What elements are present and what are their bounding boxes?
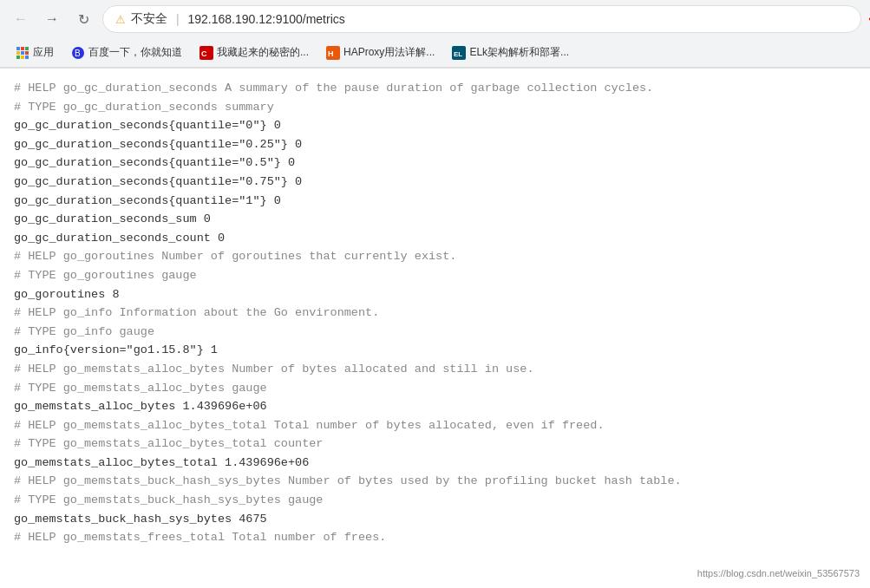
- elk-icon: EL: [452, 46, 466, 60]
- browser-chrome: ← → ↻ ⚠ 不安全 | 192.168.190.12:9100/metric…: [0, 0, 870, 69]
- bookmark-elk[interactable]: EL ELk架构解析和部署...: [445, 42, 576, 62]
- content-line: go_memstats_alloc_bytes 1.439696e+06: [14, 397, 856, 416]
- bookmark-csdn[interactable]: C 我藏起来的秘密的...: [193, 42, 316, 62]
- content-line: go_goroutines 8: [14, 285, 856, 304]
- csdn-icon: C: [200, 46, 213, 60]
- content-line: go_gc_duration_seconds{quantile="1"} 0: [14, 192, 856, 211]
- content-line: go_gc_duration_seconds_sum 0: [14, 210, 856, 229]
- reload-button[interactable]: ↻: [71, 7, 95, 31]
- svg-rect-6: [21, 51, 24, 55]
- content-line: go_memstats_buck_hash_sys_bytes 4675: [14, 510, 856, 529]
- content-line: go_gc_duration_seconds{quantile="0.75"} …: [14, 173, 856, 192]
- content-line: go_gc_duration_seconds_count 0: [14, 229, 856, 248]
- svg-text:H: H: [328, 49, 334, 58]
- content-line: # HELP go_memstats_buck_hash_sys_bytes N…: [14, 472, 856, 491]
- svg-text:EL: EL: [454, 50, 462, 58]
- content-line: # HELP go_goroutines Number of goroutine…: [14, 247, 856, 266]
- url-text: 192.168.190.12:9100/metrics: [187, 12, 344, 26]
- svg-rect-3: [21, 47, 24, 50]
- bookmark-haproxy[interactable]: H HAProxy用法详解...: [319, 42, 442, 62]
- svg-rect-10: [25, 56, 29, 59]
- baidu-icon: B: [71, 46, 85, 60]
- content-line: # TYPE go_memstats_buck_hash_sys_bytes g…: [14, 491, 856, 510]
- separator: |: [173, 12, 182, 26]
- nav-bar: ← → ↻ ⚠ 不安全 | 192.168.190.12:9100/metric…: [0, 0, 870, 38]
- svg-rect-5: [16, 51, 20, 55]
- svg-text:B: B: [75, 49, 81, 58]
- forward-button[interactable]: →: [40, 7, 64, 31]
- haproxy-label: HAProxy用法详解...: [343, 45, 435, 60]
- content-line: # TYPE go_info gauge: [14, 323, 856, 342]
- apps-grid-icon: [16, 46, 29, 60]
- content-area: # HELP go_gc_duration_seconds A summary …: [0, 69, 870, 588]
- content-line: go_gc_duration_seconds{quantile="0.25"} …: [14, 135, 856, 154]
- svg-rect-7: [25, 51, 29, 55]
- content-line: # HELP go_gc_duration_seconds A summary …: [14, 79, 856, 98]
- bookmarks-bar: 应用 B 百度一下，你就知道 C 我藏起来的秘密的...: [0, 38, 870, 68]
- content-line: # TYPE go_gc_duration_seconds summary: [14, 98, 856, 117]
- address-bar[interactable]: ⚠ 不安全 | 192.168.190.12:9100/metrics: [102, 5, 861, 33]
- svg-rect-9: [21, 56, 24, 59]
- elk-label: ELk架构解析和部署...: [469, 45, 569, 60]
- content-line: go_info{version="go1.15.8"} 1: [14, 341, 856, 360]
- haproxy-icon: H: [326, 46, 340, 60]
- back-button[interactable]: ←: [9, 7, 33, 31]
- content-line: # HELP go_memstats_alloc_bytes Number of…: [14, 360, 856, 379]
- svg-rect-4: [25, 47, 29, 50]
- svg-rect-8: [16, 56, 20, 59]
- content-line: # HELP go_memstats_alloc_bytes_total Tot…: [14, 416, 856, 435]
- security-warning-icon: ⚠: [115, 13, 126, 26]
- content-line: # TYPE go_goroutines gauge: [14, 266, 856, 285]
- content-line: go_gc_duration_seconds{quantile="0"} 0: [14, 116, 856, 135]
- apps-label: 应用: [33, 45, 54, 60]
- security-label: 不安全: [131, 11, 167, 27]
- content-line: # HELP go_memstats_frees_total Total num…: [14, 528, 856, 547]
- svg-rect-2: [16, 47, 20, 50]
- svg-text:C: C: [201, 49, 207, 58]
- red-arrow-annotation: [860, 6, 870, 32]
- baidu-label: 百度一下，你就知道: [88, 45, 182, 60]
- watermark: https://blog.csdn.net/weixin_53567573: [697, 566, 860, 582]
- csdn-label: 我藏起来的秘密的...: [217, 45, 309, 60]
- content-line: go_memstats_alloc_bytes_total 1.439696e+…: [14, 454, 856, 473]
- bookmark-baidu[interactable]: B 百度一下，你就知道: [64, 42, 189, 62]
- content-line: # TYPE go_memstats_alloc_bytes_total cou…: [14, 434, 856, 454]
- content-line: go_gc_duration_seconds{quantile="0.5"} 0: [14, 154, 856, 173]
- bookmark-apps[interactable]: 应用: [9, 42, 61, 62]
- content-line: # TYPE go_memstats_alloc_bytes gauge: [14, 379, 856, 398]
- content-line: # HELP go_info Information about the Go …: [14, 304, 856, 323]
